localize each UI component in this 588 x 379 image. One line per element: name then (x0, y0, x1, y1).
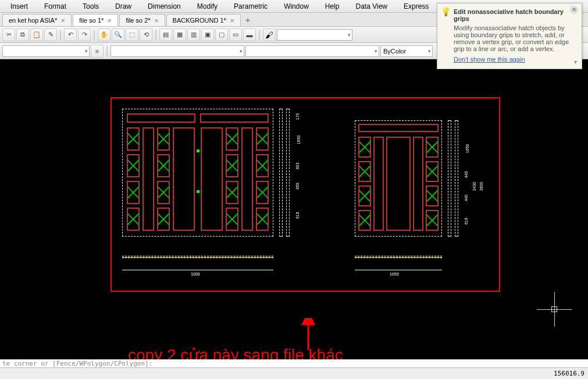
menu-modify[interactable]: Modify (189, 1, 226, 12)
menu-dataview[interactable]: Data View (348, 1, 395, 12)
tooltip-link[interactable]: Don't show me this again (454, 56, 525, 63)
pan-icon[interactable]: ✋ (98, 28, 111, 41)
redo-icon[interactable]: ↷ (78, 28, 91, 41)
tab-asia[interactable]: en ket hop ASIA*✕ (2, 14, 72, 26)
door-drawing-right (355, 120, 442, 237)
crosshair-cursor (537, 292, 572, 327)
close-icon[interactable]: ✕ (154, 17, 159, 24)
bulb-icon: 💡 (441, 7, 451, 16)
menu-window[interactable]: Window (276, 1, 317, 12)
design-center-icon[interactable]: ▣ (201, 28, 214, 41)
markup-icon[interactable]: ▢ (215, 28, 228, 41)
quickcalc-icon[interactable]: ▭ (229, 28, 242, 41)
menu-express[interactable]: Express (395, 1, 437, 12)
close-icon[interactable]: ✕ (107, 17, 112, 24)
close-icon[interactable]: ✕ (230, 17, 234, 24)
tab-background[interactable]: BACKGROUND 1*✕ (166, 14, 241, 26)
copy-icon[interactable]: ⧉ (16, 28, 29, 41)
new-tab-button[interactable]: ＋ (242, 15, 254, 26)
section-right: 1650 (355, 251, 442, 280)
tool-palettes-icon[interactable]: ▥ (187, 28, 200, 41)
tab-file1[interactable]: file so 1*✕ (73, 14, 118, 26)
menu-draw[interactable]: Draw (107, 1, 140, 12)
sheet-icon[interactable]: ▦ (173, 28, 186, 41)
tooltip-title: Edit nonassociative hatch boundary grips (454, 8, 576, 22)
menu-parametric[interactable]: Parametric (226, 1, 276, 12)
door-drawing-left (122, 109, 273, 237)
close-icon[interactable]: ✕ (570, 6, 578, 14)
command-line[interactable]: te corner or [Fence/WPolygon/CPolygon]: (0, 359, 588, 367)
dimensions-right: 1650 449 2430 2600 440 619 (448, 120, 489, 237)
zoom-window-icon[interactable]: ⬚ (126, 28, 138, 41)
info-tooltip: ✕ 💡 Edit nonassociative hatch boundary g… (437, 3, 582, 69)
zoom-prev-icon[interactable]: ⟲ (140, 28, 152, 41)
linetype-combo[interactable] (111, 45, 244, 57)
undo-icon[interactable]: ↶ (64, 28, 77, 41)
menu-tools[interactable]: Tools (74, 1, 107, 12)
layer-combo[interactable] (2, 45, 90, 57)
menu-dimension[interactable]: Dimension (140, 1, 189, 12)
tab-file2[interactable]: file so 2*✕ (119, 14, 165, 26)
color-combo[interactable]: ByColor (380, 45, 433, 57)
dimensions-left: 170 1650 603 459 619 (279, 109, 314, 237)
brush-icon[interactable]: 🖌 (263, 28, 276, 41)
tooltip-body: Modify nonassociative hatch objects by u… (454, 24, 576, 52)
menu-help[interactable]: Help (317, 1, 348, 12)
section-left: 3200 (122, 251, 273, 280)
properties-icon[interactable]: ▤ (159, 28, 172, 41)
drawing-canvas[interactable]: 170 1650 603 459 619 3200 1650 449 (0, 59, 588, 360)
chevron-down-icon[interactable]: ▾ (574, 59, 577, 65)
paste-icon[interactable]: 📋 (30, 28, 43, 41)
menu-format[interactable]: Format (36, 1, 74, 12)
layer-states-icon[interactable]: ≡ (91, 45, 104, 58)
command-line-icon[interactable]: ▬ (243, 28, 256, 41)
match-icon[interactable]: ✎ (44, 28, 57, 41)
status-bar: 156016.9 (0, 367, 588, 379)
coordinate-readout: 156016.9 (554, 370, 585, 377)
close-icon[interactable]: ✕ (60, 17, 65, 24)
cut-icon[interactable]: ✂ (2, 28, 15, 41)
menu-insert[interactable]: Insert (2, 1, 36, 12)
zoom-icon[interactable]: 🔍 (112, 28, 124, 41)
workspace-combo[interactable] (277, 29, 352, 41)
lineweight-combo[interactable] (245, 45, 379, 57)
